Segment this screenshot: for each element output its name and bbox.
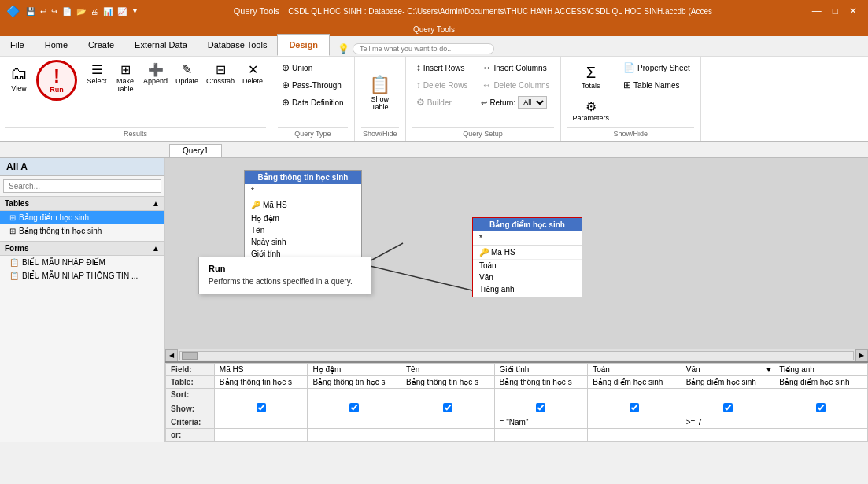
undo-icon[interactable]: ↩ <box>40 7 46 16</box>
field-hodem[interactable]: Họ đệm <box>308 364 401 376</box>
forms-section-title[interactable]: Forms ▲ <box>0 241 164 256</box>
tab-database-tools[interactable]: Database Tools <box>198 34 278 56</box>
minimize-button[interactable]: — <box>807 4 826 18</box>
open-icon[interactable]: 📂 <box>76 7 86 16</box>
view-button[interactable]: 🗂 View <box>5 60 33 96</box>
misc2-icon[interactable]: 📈 <box>117 7 127 16</box>
data-definition-button[interactable]: ⊕ Data Definition <box>278 94 348 110</box>
delete-rows-button[interactable]: ↕ Delete Rows <box>412 77 472 93</box>
field-van-dropdown[interactable]: ▼ <box>765 366 772 374</box>
criteria-toan[interactable] <box>588 416 681 429</box>
show-ten-cb[interactable] <box>443 403 452 412</box>
tab-create[interactable]: Create <box>78 34 124 56</box>
delete-columns-button[interactable]: ↔ Delete Columns <box>478 77 553 93</box>
return-select[interactable]: All 5 25 <box>518 96 547 109</box>
scroll-thumb[interactable] <box>182 352 198 360</box>
property-sheet-button[interactable]: 📄 Property Sheet <box>619 60 694 76</box>
query-canvas[interactable]: Bảng thông tin học sinh * 🔑 Mã HS Họ đệm… <box>165 158 868 361</box>
table-box-diem[interactable]: Bảng điểm học sinh * 🔑 Mã HS Toán Văn Ti… <box>472 217 582 297</box>
show-hodem-cb[interactable] <box>349 403 359 412</box>
table-names-button[interactable]: ⊞ Table Names <box>619 77 694 93</box>
make-table-button[interactable]: ⊞ MakeTable <box>112 60 139 95</box>
scroll-right-button[interactable]: ▶ <box>855 349 868 362</box>
update-button[interactable]: ✎ Update <box>172 60 201 95</box>
show-gioitinh-cb[interactable] <box>536 403 545 412</box>
show-toan[interactable] <box>588 401 681 416</box>
insert-columns-button[interactable]: ↔ Insert Columns <box>478 60 553 76</box>
builder-button[interactable]: ⚙ Builder <box>412 94 472 110</box>
tables-section-title[interactable]: Tables ▲ <box>0 196 164 211</box>
show-ten[interactable] <box>401 401 495 416</box>
field-ten[interactable]: Tên <box>401 364 495 376</box>
show-gioitinh[interactable] <box>494 401 588 416</box>
criteria-tiengAnh[interactable] <box>774 416 868 429</box>
tab-external-data[interactable]: External Data <box>124 34 198 56</box>
close-button[interactable]: ✕ <box>844 4 862 18</box>
show-hodem[interactable] <box>308 401 401 416</box>
show-van[interactable] <box>681 401 774 416</box>
criteria-hodem[interactable] <box>308 416 401 429</box>
table-item-thongtin[interactable]: ⊞ Bảng thông tin học sinh <box>0 224 164 238</box>
left-panel-search[interactable] <box>3 179 161 193</box>
show-tiengAnh[interactable] <box>774 401 868 416</box>
insert-rows-button[interactable]: ↕ Insert Rows <box>412 60 472 76</box>
sort-gioitinh[interactable] <box>494 389 588 401</box>
table-item-diem[interactable]: ⊞ Bảng điểm học sinh <box>0 211 164 224</box>
sort-mahs[interactable] <box>214 389 308 401</box>
delete-button[interactable]: ✕ Delete <box>239 60 266 95</box>
quick-access-toolbar[interactable]: 💾 ↩ ↪ 📄 📂 🖨 📊 📈 ▼ <box>26 7 139 16</box>
or-gioitinh[interactable] <box>494 429 588 442</box>
field-tiengAnh[interactable]: Tiếng anh <box>774 364 868 376</box>
tab-home[interactable]: Home <box>35 34 78 56</box>
save-icon[interactable]: 💾 <box>26 7 35 16</box>
criteria-mahs[interactable] <box>214 416 308 429</box>
scroll-left-button[interactable]: ◀ <box>165 349 178 362</box>
print-icon[interactable]: 🖨 <box>90 7 98 16</box>
sort-hodem[interactable] <box>308 389 401 401</box>
field-van[interactable]: Văn ▼ <box>681 364 774 376</box>
or-van[interactable] <box>681 429 774 442</box>
h-scroll[interactable]: ◀ ▶ <box>165 349 868 361</box>
pass-through-button[interactable]: ⊕ Pass-Through <box>278 77 348 93</box>
or-toan[interactable] <box>588 429 681 442</box>
tell-me-input[interactable] <box>353 43 494 54</box>
sort-ten[interactable] <box>401 389 495 401</box>
or-hodem[interactable] <box>308 429 401 442</box>
show-van-cb[interactable] <box>723 403 733 412</box>
criteria-gioitinh[interactable]: = "Nam" <box>494 416 588 429</box>
new-icon[interactable]: 📄 <box>62 7 72 16</box>
tab-file[interactable]: File <box>0 34 35 56</box>
form-item-nhap-thongtin[interactable]: 📋 BIỂU MẪU NHẬP THÔNG TIN ... <box>0 269 164 283</box>
scroll-track[interactable] <box>179 351 854 360</box>
show-mahs-cb[interactable] <box>257 403 266 412</box>
union-button[interactable]: ⊕ Union <box>278 60 348 76</box>
sort-van[interactable] <box>681 389 774 401</box>
crosstab-button[interactable]: ⊟ Crosstab <box>203 60 238 95</box>
tables-collapse-icon[interactable]: ▲ <box>152 199 160 208</box>
misc-icon[interactable]: 📊 <box>103 7 113 16</box>
parameters-button[interactable]: ⚙ Parameters <box>567 95 615 126</box>
append-button[interactable]: ➕ Append <box>140 60 171 95</box>
criteria-ten[interactable] <box>401 416 495 429</box>
show-table-button[interactable]: 📋 ShowTable <box>361 69 399 116</box>
maximize-button[interactable]: □ <box>828 4 843 18</box>
sort-tiengAnh[interactable] <box>774 389 868 401</box>
show-mahs[interactable] <box>214 401 308 416</box>
or-ten[interactable] <box>401 429 495 442</box>
forms-collapse-icon[interactable]: ▲ <box>152 244 160 253</box>
field-gioitinh[interactable]: Giới tính <box>494 364 588 376</box>
criteria-van[interactable]: >= 7 <box>681 416 774 429</box>
show-toan-cb[interactable] <box>630 403 639 412</box>
select-button[interactable]: ☰ Select <box>83 60 110 95</box>
sort-toan[interactable] <box>588 389 681 401</box>
tab-design[interactable]: Design <box>277 34 330 56</box>
field-mahs[interactable]: Mã HS <box>214 364 308 376</box>
query1-tab[interactable]: Query1 <box>169 144 222 157</box>
window-controls[interactable]: — □ ✕ <box>807 4 862 18</box>
redo-icon[interactable]: ↪ <box>51 7 57 16</box>
run-button[interactable]: ! Run <box>36 60 77 101</box>
dropdown-icon[interactable]: ▼ <box>131 7 139 16</box>
or-tiengAnh[interactable] <box>774 429 868 442</box>
show-tiengAnh-cb[interactable] <box>816 403 826 412</box>
field-toan[interactable]: Toán <box>588 364 681 376</box>
